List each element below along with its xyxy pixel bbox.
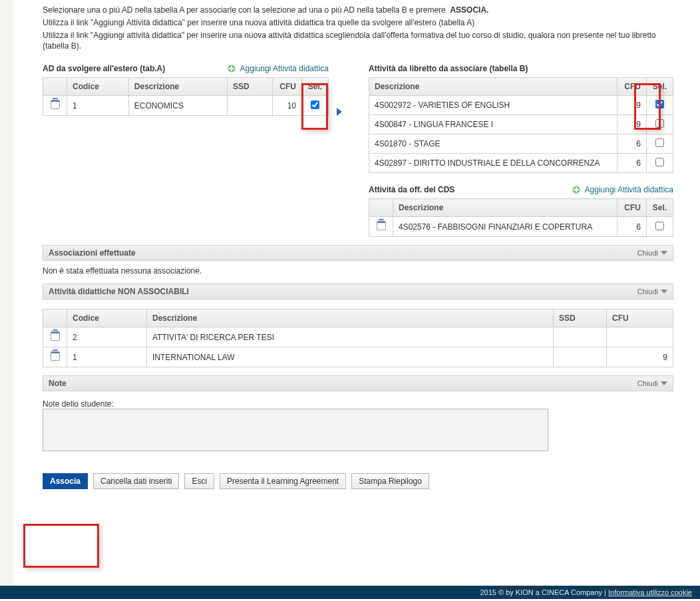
table-b1: Descrizione CFU Sel. 4S002972 - VARIETIE… (369, 77, 673, 173)
cell-ssd (228, 96, 273, 116)
associa-button[interactable]: Associa (43, 473, 88, 489)
chevron-down-icon (661, 381, 667, 385)
sel-checkbox-b1-1[interactable] (655, 119, 664, 128)
collapse-toggle[interactable]: Chiudi (637, 288, 667, 296)
arrow-right-icon (337, 108, 342, 116)
table-row: 4S00847 - LINGUA FRANCESE I 9 (369, 115, 673, 134)
section-bar-assoc: Associazioni effettuate Chiudi (43, 245, 673, 261)
col-codice: Codice (67, 309, 147, 327)
highlight-associa (23, 524, 99, 568)
intro-text: Selezionare una o più AD nella tabella A… (43, 5, 673, 52)
table-a: Codice Descrizione SSD CFU Sel. 1 ECONOM… (43, 77, 329, 116)
esci-button[interactable]: Esci (184, 473, 214, 489)
cell-codice: 1 (67, 347, 147, 367)
cell-descr: ECONOMICS (128, 96, 227, 116)
col-codice: Codice (67, 78, 129, 96)
col-sel: Sel. (302, 78, 329, 96)
trash-icon[interactable] (377, 221, 386, 230)
trash-icon[interactable] (51, 351, 60, 361)
col-ssd: SSD (228, 78, 273, 96)
cell-descr: 4S02897 - DIRITTO INDUSTRIALE E DELLA CO… (369, 154, 617, 173)
trash-icon[interactable] (51, 100, 60, 109)
note-label: Note dello studente: (43, 399, 673, 409)
tab-a-title: AD da svolgere all'estero (tab.A) (43, 64, 165, 73)
cell-codice: 2 (67, 327, 147, 347)
cell-cfu: 6 (617, 217, 647, 237)
assoc-none-text: Non è stata effettuata nessuna associazi… (43, 266, 673, 276)
intro-associa-word: ASSOCIA. (450, 5, 488, 15)
plus-icon (572, 185, 581, 194)
add-activity-link-b2[interactable]: Aggiungi Attività didattica (572, 185, 673, 194)
col-blank (369, 199, 393, 217)
table-row: 1 ECONOMICS 10 (43, 96, 329, 116)
cell-cfu (607, 327, 673, 347)
stampa-button[interactable]: Stampa Riepilogo (351, 473, 429, 489)
sel-checkbox-b2-0[interactable] (655, 222, 664, 230)
chevron-down-icon (661, 251, 667, 255)
assoc-title: Associazioni effettuate (49, 248, 136, 258)
collapse-label: Chiudi (637, 379, 658, 387)
cell-ssd (554, 347, 607, 367)
tab-b2-title: Attività da off. del CDS (369, 185, 454, 194)
cell-descr: ATTIVITA' DI RICERCA PER TESI (147, 327, 554, 347)
sel-checkbox-a-0[interactable] (311, 100, 319, 109)
col-ssd: SSD (554, 309, 607, 327)
cell-descr: INTERNATIONAL LAW (147, 347, 554, 367)
add-activity-label: Aggiungi Attività didattica (585, 185, 673, 194)
sel-checkbox-b1-0[interactable] (655, 100, 664, 108)
sel-checkbox-b1-2[interactable] (655, 138, 664, 147)
col-descr: Descrizione (369, 78, 617, 96)
cell-cfu: 6 (617, 154, 647, 173)
collapse-label: Chiudi (637, 249, 658, 257)
collapse-toggle[interactable]: Chiudi (637, 379, 667, 387)
col-descr: Descrizione (128, 78, 227, 96)
col-sel: Sel. (647, 199, 673, 217)
col-blank (43, 309, 67, 327)
cell-cfu: 10 (273, 96, 302, 116)
footer-copyright: 2015 © by KION a CINECA Company (480, 588, 602, 596)
col-descr: Descrizione (393, 199, 617, 217)
presenta-button[interactable]: Presenta il Learning Agreement (220, 473, 346, 489)
cell-cfu: 9 (617, 115, 647, 134)
col-cfu: CFU (617, 199, 647, 217)
trash-icon[interactable] (51, 331, 60, 341)
col-cfu: CFU (617, 78, 647, 96)
table-b2: Descrizione CFU Sel. 4S02576 - FABBISOGN… (369, 198, 673, 237)
cancella-button[interactable]: Cancella dati inseriti (93, 473, 179, 489)
table-row: 4S01870 - STAGE 6 (369, 134, 673, 154)
col-cfu: CFU (273, 78, 302, 96)
cell-cfu: 9 (607, 347, 673, 367)
nonassoc-title: Attività didattiche NON ASSOCIABILI (49, 287, 189, 296)
cell-descr: 4S01870 - STAGE (369, 134, 617, 154)
col-descr: Descrizione (147, 309, 554, 327)
cell-ssd (554, 327, 607, 347)
chevron-down-icon (661, 290, 667, 294)
table-row: 4S02576 - FABBISOGNI FINANZIARI E COPERT… (369, 217, 673, 237)
add-activity-label: Aggiungi Attività didattica (240, 64, 329, 73)
collapse-toggle[interactable]: Chiudi (637, 249, 667, 257)
table-row: 4S002972 - VARIETIES OF ENGLISH 9 (369, 96, 673, 115)
section-bar-note: Note Chiudi (43, 375, 673, 391)
intro-line2: Utilizza il link "Aggiungi Attività dida… (43, 17, 673, 29)
table-row: 1 INTERNATIONAL LAW 9 (43, 347, 673, 367)
footer: 2015 © by KION a CINECA Company | Inform… (0, 586, 700, 599)
section-bar-nonassoc: Attività didattiche NON ASSOCIABILI Chiu… (43, 284, 673, 300)
cell-codice: 1 (67, 96, 129, 116)
cell-descr: 4S002972 - VARIETIES OF ENGLISH (369, 96, 617, 115)
cookie-link[interactable]: Informativa utilizzo cookie (608, 588, 692, 596)
collapse-label: Chiudi (637, 288, 658, 296)
table-row: 4S02897 - DIRITTO INDUSTRIALE E DELLA CO… (369, 154, 673, 173)
footer-sep: | (602, 588, 608, 596)
note-title: Note (49, 379, 67, 388)
col-sel: Sel. (647, 78, 673, 96)
tab-b1-title: Attività da libretto da associare (tabel… (369, 64, 528, 73)
intro-line1: Selezionare una o più AD nella tabella A… (43, 5, 448, 15)
student-notes-textarea[interactable] (43, 409, 548, 451)
add-activity-link-a[interactable]: Aggiungi Attività didattica (227, 64, 329, 73)
cell-cfu: 6 (617, 134, 647, 154)
col-blank (43, 78, 67, 96)
sel-checkbox-b1-3[interactable] (655, 158, 664, 166)
table-row: 2 ATTIVITA' DI RICERCA PER TESI (43, 327, 673, 347)
table-nonassoc: Codice Descrizione SSD CFU 2 ATTIVITA' D… (43, 309, 673, 367)
col-cfu: CFU (607, 309, 673, 327)
